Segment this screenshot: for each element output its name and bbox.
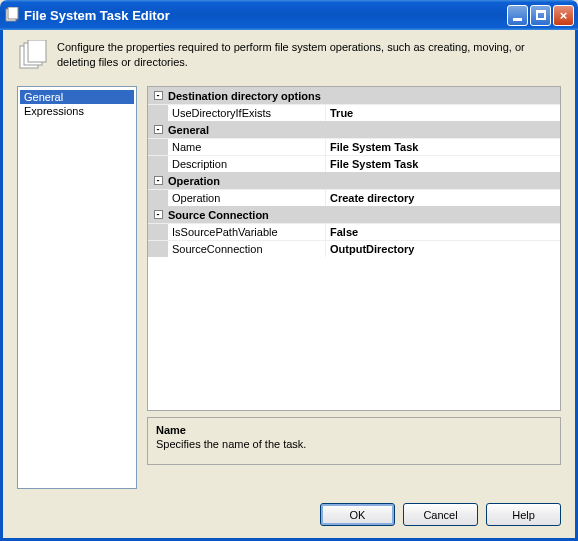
property-row[interactable]: Description File System Task [148, 155, 560, 172]
property-row[interactable]: IsSourcePathVariable False [148, 223, 560, 240]
property-row[interactable]: Name File System Task [148, 138, 560, 155]
property-row[interactable]: UseDirectoryIfExists True [148, 104, 560, 121]
property-value[interactable]: True [326, 105, 560, 121]
nav-item-label: Expressions [24, 105, 84, 117]
close-button[interactable]: × [553, 5, 574, 26]
category-label: Destination directory options [168, 90, 321, 102]
window-body: Configure the properties required to per… [0, 30, 578, 541]
property-row[interactable]: SourceConnection OutputDirectory [148, 240, 560, 257]
property-name: Operation [168, 190, 326, 206]
nav-item-label: General [24, 91, 63, 103]
category-label: General [168, 124, 209, 136]
property-value[interactable]: Create directory [326, 190, 560, 206]
category-general: - General [148, 121, 560, 138]
collapse-toggle[interactable]: - [151, 208, 165, 222]
header: Configure the properties required to per… [17, 40, 561, 72]
main-area: General Expressions - Destination direct… [17, 86, 561, 489]
titlebar: File System Task Editor × [0, 0, 578, 30]
property-value[interactable]: File System Task [326, 156, 560, 172]
ok-button[interactable]: OK [320, 503, 395, 526]
cancel-button[interactable]: Cancel [403, 503, 478, 526]
button-row: OK Cancel Help [17, 503, 561, 526]
category-destination: - Destination directory options [148, 87, 560, 104]
task-icon [17, 40, 49, 72]
property-row[interactable]: Operation Create directory [148, 189, 560, 206]
app-icon [4, 7, 20, 23]
category-label: Source Connection [168, 209, 269, 221]
property-value[interactable]: File System Task [326, 139, 560, 155]
property-value[interactable]: False [326, 224, 560, 240]
nav-item-expressions[interactable]: Expressions [20, 104, 134, 118]
property-name: IsSourcePathVariable [168, 224, 326, 240]
svg-rect-4 [28, 40, 46, 62]
header-description: Configure the properties required to per… [57, 40, 561, 72]
window-controls: × [507, 5, 574, 26]
help-button[interactable]: Help [486, 503, 561, 526]
svg-rect-1 [8, 7, 18, 19]
property-name: UseDirectoryIfExists [168, 105, 326, 121]
maximize-button[interactable] [530, 5, 551, 26]
category-operation: - Operation [148, 172, 560, 189]
collapse-toggle[interactable]: - [151, 123, 165, 137]
category-source: - Source Connection [148, 206, 560, 223]
description-text: Specifies the name of the task. [156, 438, 552, 450]
nav-panel: General Expressions [17, 86, 137, 489]
property-name: Description [168, 156, 326, 172]
property-name: SourceConnection [168, 241, 326, 257]
collapse-toggle[interactable]: - [151, 174, 165, 188]
property-name: Name [168, 139, 326, 155]
content-panel: - Destination directory options UseDirec… [147, 86, 561, 489]
minimize-button[interactable] [507, 5, 528, 26]
collapse-toggle[interactable]: - [151, 89, 165, 103]
property-grid[interactable]: - Destination directory options UseDirec… [147, 86, 561, 411]
description-panel: Name Specifies the name of the task. [147, 417, 561, 465]
property-value[interactable]: OutputDirectory [326, 241, 560, 257]
category-label: Operation [168, 175, 220, 187]
description-title: Name [156, 424, 552, 436]
window-title: File System Task Editor [24, 8, 507, 23]
nav-item-general[interactable]: General [20, 90, 134, 104]
